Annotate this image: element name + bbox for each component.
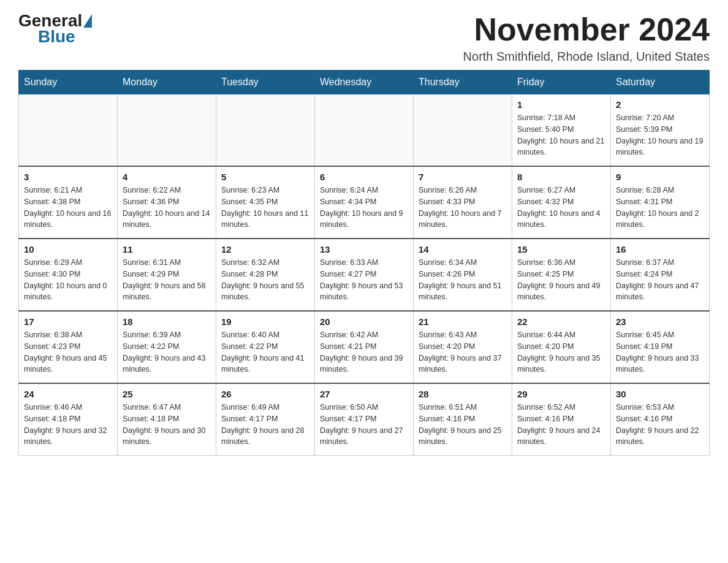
calendar-cell: 6Sunrise: 6:24 AMSunset: 4:34 PMDaylight… <box>315 166 414 239</box>
calendar-cell: 8Sunrise: 6:27 AMSunset: 4:32 PMDaylight… <box>512 166 611 239</box>
logo-triangle-icon <box>83 14 92 28</box>
calendar-cell: 23Sunrise: 6:45 AMSunset: 4:19 PMDayligh… <box>611 311 710 383</box>
calendar-cell: 14Sunrise: 6:34 AMSunset: 4:26 PMDayligh… <box>414 239 512 311</box>
calendar-cell: 21Sunrise: 6:43 AMSunset: 4:20 PMDayligh… <box>414 311 512 383</box>
day-info: Sunrise: 6:43 AMSunset: 4:20 PMDaylight:… <box>419 329 507 375</box>
day-info: Sunrise: 6:39 AMSunset: 4:22 PMDaylight:… <box>123 329 211 375</box>
calendar-cell: 12Sunrise: 6:32 AMSunset: 4:28 PMDayligh… <box>216 239 315 311</box>
day-info: Sunrise: 6:23 AMSunset: 4:35 PMDaylight:… <box>221 185 309 231</box>
calendar-table: SundayMondayTuesdayWednesdayThursdayFrid… <box>18 70 710 456</box>
header-thursday: Thursday <box>414 71 512 94</box>
day-info: Sunrise: 6:42 AMSunset: 4:21 PMDaylight:… <box>320 329 408 375</box>
calendar-cell: 4Sunrise: 6:22 AMSunset: 4:36 PMDaylight… <box>118 166 216 239</box>
calendar-body: 1Sunrise: 7:18 AMSunset: 5:40 PMDaylight… <box>19 94 710 456</box>
day-number: 15 <box>517 244 605 255</box>
day-info: Sunrise: 7:20 AMSunset: 5:39 PMDaylight:… <box>616 112 704 158</box>
title-area: November 2024 North Smithfield, Rhode Is… <box>463 12 710 64</box>
calendar-cell: 26Sunrise: 6:49 AMSunset: 4:17 PMDayligh… <box>216 383 315 456</box>
calendar-cell: 5Sunrise: 6:23 AMSunset: 4:35 PMDaylight… <box>216 166 315 239</box>
calendar-cell <box>315 94 414 167</box>
calendar-cell: 1Sunrise: 7:18 AMSunset: 5:40 PMDaylight… <box>512 94 611 167</box>
day-number: 3 <box>24 172 112 182</box>
calendar-cell: 19Sunrise: 6:40 AMSunset: 4:22 PMDayligh… <box>216 311 315 383</box>
day-number: 9 <box>616 172 704 182</box>
calendar-cell: 29Sunrise: 6:52 AMSunset: 4:16 PMDayligh… <box>512 383 611 456</box>
calendar-week-2: 3Sunrise: 6:21 AMSunset: 4:38 PMDaylight… <box>19 166 710 239</box>
calendar-week-1: 1Sunrise: 7:18 AMSunset: 5:40 PMDaylight… <box>19 94 710 167</box>
header-friday: Friday <box>512 71 611 94</box>
day-number: 18 <box>123 316 211 327</box>
calendar-cell: 10Sunrise: 6:29 AMSunset: 4:30 PMDayligh… <box>19 239 118 311</box>
day-number: 4 <box>123 172 211 182</box>
day-number: 29 <box>517 389 605 399</box>
calendar-cell: 15Sunrise: 6:36 AMSunset: 4:25 PMDayligh… <box>512 239 611 311</box>
calendar-cell <box>216 94 315 167</box>
header-row: SundayMondayTuesdayWednesdayThursdayFrid… <box>19 71 710 94</box>
calendar-cell: 24Sunrise: 6:46 AMSunset: 4:18 PMDayligh… <box>19 383 118 456</box>
logo-blue-text: Blue <box>38 27 75 47</box>
calendar-cell: 28Sunrise: 6:51 AMSunset: 4:16 PMDayligh… <box>414 383 512 456</box>
day-number: 23 <box>616 316 704 327</box>
calendar-cell <box>118 94 216 167</box>
header-saturday: Saturday <box>611 71 710 94</box>
day-number: 19 <box>221 316 309 327</box>
day-number: 17 <box>24 316 112 327</box>
day-number: 11 <box>123 244 211 255</box>
calendar-cell <box>19 94 118 167</box>
day-number: 25 <box>123 389 211 399</box>
day-info: Sunrise: 7:18 AMSunset: 5:40 PMDaylight:… <box>517 112 605 158</box>
day-info: Sunrise: 6:29 AMSunset: 4:30 PMDaylight:… <box>24 257 112 303</box>
day-number: 27 <box>320 389 408 399</box>
day-number: 6 <box>320 172 408 182</box>
day-number: 21 <box>419 316 507 327</box>
day-info: Sunrise: 6:34 AMSunset: 4:26 PMDaylight:… <box>419 257 507 303</box>
day-number: 8 <box>517 172 605 182</box>
day-number: 1 <box>517 99 605 110</box>
calendar-cell: 2Sunrise: 7:20 AMSunset: 5:39 PMDaylight… <box>611 94 710 167</box>
page-header: General Blue November 2024 North Smithfi… <box>18 12 710 64</box>
calendar-week-3: 10Sunrise: 6:29 AMSunset: 4:30 PMDayligh… <box>19 239 710 311</box>
calendar-cell: 13Sunrise: 6:33 AMSunset: 4:27 PMDayligh… <box>315 239 414 311</box>
day-info: Sunrise: 6:21 AMSunset: 4:38 PMDaylight:… <box>24 185 112 231</box>
day-number: 20 <box>320 316 408 327</box>
calendar-cell: 17Sunrise: 6:38 AMSunset: 4:23 PMDayligh… <box>19 311 118 383</box>
day-info: Sunrise: 6:22 AMSunset: 4:36 PMDaylight:… <box>123 185 211 231</box>
calendar-cell: 16Sunrise: 6:37 AMSunset: 4:24 PMDayligh… <box>611 239 710 311</box>
location-subtitle: North Smithfield, Rhode Island, United S… <box>463 50 710 64</box>
header-monday: Monday <box>118 71 216 94</box>
day-number: 28 <box>419 389 507 399</box>
calendar-cell <box>414 94 512 167</box>
day-number: 12 <box>221 244 309 255</box>
day-number: 22 <box>517 316 605 327</box>
calendar-cell: 30Sunrise: 6:53 AMSunset: 4:16 PMDayligh… <box>611 383 710 456</box>
header-wednesday: Wednesday <box>315 71 414 94</box>
day-number: 13 <box>320 244 408 255</box>
day-info: Sunrise: 6:31 AMSunset: 4:29 PMDaylight:… <box>123 257 211 303</box>
month-title: November 2024 <box>463 12 710 47</box>
day-info: Sunrise: 6:33 AMSunset: 4:27 PMDaylight:… <box>320 257 408 303</box>
day-info: Sunrise: 6:53 AMSunset: 4:16 PMDaylight:… <box>616 402 704 448</box>
day-number: 2 <box>616 99 704 110</box>
calendar-cell: 22Sunrise: 6:44 AMSunset: 4:20 PMDayligh… <box>512 311 611 383</box>
day-number: 7 <box>419 172 507 182</box>
day-number: 16 <box>616 244 704 255</box>
calendar-cell: 7Sunrise: 6:26 AMSunset: 4:33 PMDaylight… <box>414 166 512 239</box>
day-info: Sunrise: 6:27 AMSunset: 4:32 PMDaylight:… <box>517 185 605 231</box>
day-info: Sunrise: 6:49 AMSunset: 4:17 PMDaylight:… <box>221 402 309 448</box>
calendar-week-5: 24Sunrise: 6:46 AMSunset: 4:18 PMDayligh… <box>19 383 710 456</box>
day-info: Sunrise: 6:24 AMSunset: 4:34 PMDaylight:… <box>320 185 408 231</box>
day-info: Sunrise: 6:52 AMSunset: 4:16 PMDaylight:… <box>517 402 605 448</box>
calendar-week-4: 17Sunrise: 6:38 AMSunset: 4:23 PMDayligh… <box>19 311 710 383</box>
day-info: Sunrise: 6:47 AMSunset: 4:18 PMDaylight:… <box>123 402 211 448</box>
day-info: Sunrise: 6:28 AMSunset: 4:31 PMDaylight:… <box>616 185 704 231</box>
header-tuesday: Tuesday <box>216 71 315 94</box>
header-sunday: Sunday <box>19 71 118 94</box>
calendar-cell: 11Sunrise: 6:31 AMSunset: 4:29 PMDayligh… <box>118 239 216 311</box>
calendar-cell: 20Sunrise: 6:42 AMSunset: 4:21 PMDayligh… <box>315 311 414 383</box>
day-info: Sunrise: 6:36 AMSunset: 4:25 PMDaylight:… <box>517 257 605 303</box>
logo-area: General Blue <box>18 12 93 47</box>
calendar-header: SundayMondayTuesdayWednesdayThursdayFrid… <box>19 71 710 94</box>
day-number: 10 <box>24 244 112 255</box>
calendar-cell: 9Sunrise: 6:28 AMSunset: 4:31 PMDaylight… <box>611 166 710 239</box>
day-info: Sunrise: 6:46 AMSunset: 4:18 PMDaylight:… <box>24 402 112 448</box>
